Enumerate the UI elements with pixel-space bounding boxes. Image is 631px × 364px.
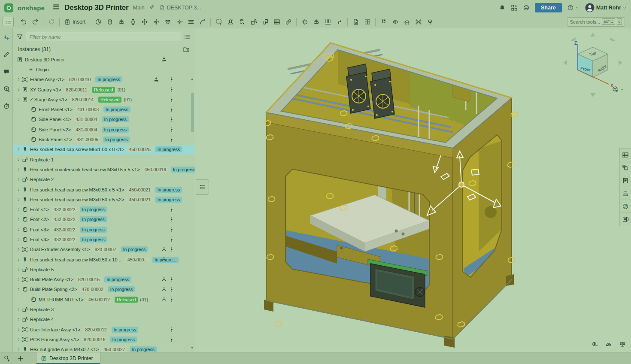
insert-icon[interactable]: Insert <box>62 17 87 27</box>
expand-chevron-icon[interactable] <box>15 146 21 152</box>
swap-instances-icon[interactable] <box>334 17 345 27</box>
mates-indicator-icon[interactable] <box>168 336 175 343</box>
ball-mate-icon[interactable] <box>162 17 173 27</box>
scrollbar-thumb[interactable] <box>191 93 194 132</box>
link-icon[interactable] <box>149 4 155 12</box>
tree-row[interactable]: Foot <3> 432-00022 In progress <box>13 224 195 234</box>
history-icon[interactable] <box>2 101 11 111</box>
tree-row[interactable]: Hex socket head cap screw M3x0.50 x 5 <1… <box>13 185 195 194</box>
tree-row[interactable]: Dual Extruder Assembly <1> 820-00007 In … <box>13 245 195 255</box>
replicate-icon[interactable] <box>248 17 259 27</box>
sheet-panel-icon[interactable] <box>620 174 631 187</box>
filter-icon[interactable] <box>16 33 23 40</box>
expand-chevron-icon[interactable] <box>15 327 21 333</box>
mass-properties-icon[interactable] <box>619 341 626 348</box>
explode-view-icon[interactable] <box>299 17 310 27</box>
tree-row[interactable]: Front Panel <1> 431-00003 In progress <box>13 104 195 114</box>
main-menu-icon[interactable] <box>52 3 60 12</box>
panel-scrollbar[interactable]: ▲ ▼ <box>191 83 194 349</box>
appearance-panel-icon[interactable] <box>620 200 631 213</box>
expand-chevron-icon[interactable] <box>15 227 21 233</box>
configurations-icon[interactable] <box>362 17 373 27</box>
interference-check-icon[interactable] <box>283 17 294 27</box>
mates-indicator-icon[interactable] <box>168 106 175 112</box>
expand-chevron-icon[interactable] <box>15 187 21 193</box>
drag-parts-icon[interactable] <box>260 17 270 27</box>
tree-row[interactable]: Side Panel <1> 431-00004 In progress <box>13 115 195 124</box>
insert-feature-icon[interactable] <box>2 33 11 42</box>
tree-row-origin[interactable]: Origin <box>13 64 195 74</box>
tree-row[interactable]: XY Gantry <1> 820-00011 Released (01) <box>13 85 195 94</box>
expand-chevron-icon[interactable] <box>15 87 21 93</box>
markup-icon[interactable] <box>2 50 11 59</box>
expand-chevron-icon[interactable] <box>15 157 21 163</box>
expand-chevron-icon[interactable] <box>15 167 21 173</box>
mates-indicator-icon[interactable] <box>168 76 175 83</box>
add-folder-icon[interactable] <box>183 46 190 53</box>
tree-row[interactable]: Hex socket head cap screw M6x1.00 x 8 <1… <box>13 145 195 155</box>
tree-row[interactable]: Foot <2> 432-00022 In progress <box>13 215 195 224</box>
scroll-down-icon[interactable]: ▼ <box>191 346 194 349</box>
configuration-panel-icon[interactable] <box>620 213 631 226</box>
drawing-icon[interactable] <box>350 17 361 27</box>
mate-icon[interactable] <box>93 17 103 27</box>
screw-relation-icon[interactable] <box>401 17 412 27</box>
expand-chevron-icon[interactable] <box>15 346 21 352</box>
user-menu[interactable]: Matt Rohr <box>585 3 627 13</box>
mates-indicator-icon[interactable] <box>168 96 175 103</box>
mates-indicator-icon[interactable] <box>168 216 175 223</box>
workspace-name[interactable]: Main <box>133 5 145 11</box>
tree-row[interactable]: Hex socket countersunk head screw M3x0.5… <box>13 164 195 174</box>
tree-row[interactable]: Foot <1> 432-00022 In progress <box>13 204 195 214</box>
linear-pattern-icon[interactable] <box>322 17 333 27</box>
expand-chevron-icon[interactable] <box>15 337 21 343</box>
search-tabs-icon[interactable] <box>0 352 14 364</box>
list-view-icon[interactable] <box>184 33 191 40</box>
tree-row[interactable]: Replicate 2 <box>13 175 195 185</box>
expand-chevron-icon[interactable] <box>15 257 21 263</box>
onshape-logo-icon[interactable] <box>4 3 13 12</box>
bom-panel-icon[interactable] <box>620 149 631 161</box>
printer-model[interactable] <box>264 43 514 348</box>
add-tab-button[interactable] <box>14 352 27 364</box>
edit-in-context-icon[interactable] <box>237 17 247 27</box>
gear-relation-icon[interactable] <box>378 17 389 27</box>
tree-row[interactable]: Replicate 5 <box>13 264 195 274</box>
snap-mode-icon[interactable] <box>197 17 208 27</box>
tree-row[interactable]: Frame Assy <1> 820-00010 In progress <box>13 75 195 85</box>
mates-indicator-icon[interactable] <box>168 286 175 293</box>
expand-chevron-icon[interactable] <box>15 276 21 282</box>
mates-indicator-icon[interactable] <box>168 236 175 243</box>
instances-panel-toggle[interactable] <box>3 17 14 27</box>
tangent-relation-icon[interactable] <box>425 17 435 27</box>
notifications-icon[interactable] <box>499 4 506 11</box>
protractor-icon[interactable] <box>605 341 612 348</box>
expand-chevron-icon[interactable] <box>15 267 21 273</box>
tree-row[interactable]: PCB Housing Assy <1> 820-00016 In progre… <box>13 334 195 344</box>
pin-slot-mate-icon[interactable] <box>174 17 185 27</box>
cylindrical-mate-icon[interactable] <box>151 17 161 27</box>
expand-chevron-icon[interactable] <box>15 76 21 82</box>
help-center-icon[interactable] <box>523 4 530 11</box>
mates-indicator-icon[interactable] <box>168 86 175 93</box>
tree-row[interactable]: Side Panel <2> 431-00004 In progress <box>13 124 195 134</box>
mates-indicator-icon[interactable] <box>168 136 175 143</box>
tree-row[interactable]: Replicate 3 <box>13 304 195 314</box>
revolute-mate-icon[interactable] <box>116 17 127 27</box>
tree-row[interactable]: M3 THUMB NUT <1> 450-00012 Released (01) <box>13 294 195 304</box>
collapsed-panel-flyout[interactable] <box>196 179 209 195</box>
tree-row[interactable]: Hex socket head cap screw M3x0.50 x 10 .… <box>13 255 195 264</box>
expand-chevron-icon[interactable] <box>15 216 21 222</box>
tree-row[interactable]: Z Stage Assy <1> 820-00014 Released (01) <box>13 94 195 104</box>
tape-measure-icon[interactable] <box>592 341 598 348</box>
expand-chevron-icon[interactable] <box>15 316 21 322</box>
app-store-icon[interactable] <box>511 4 518 11</box>
expand-chevron-icon[interactable] <box>15 176 21 182</box>
tree-row[interactable]: Replicate 1 <box>13 155 195 164</box>
planar-mate-icon[interactable] <box>139 17 150 27</box>
tree-row[interactable]: Build Plate Assy <1> 820-00015 In progre… <box>13 275 195 285</box>
fastened-mate-icon[interactable] <box>104 17 115 27</box>
mates-indicator-icon[interactable] <box>168 226 175 233</box>
view-options-menu[interactable] <box>612 86 624 93</box>
parallel-mate-icon[interactable] <box>185 17 196 27</box>
